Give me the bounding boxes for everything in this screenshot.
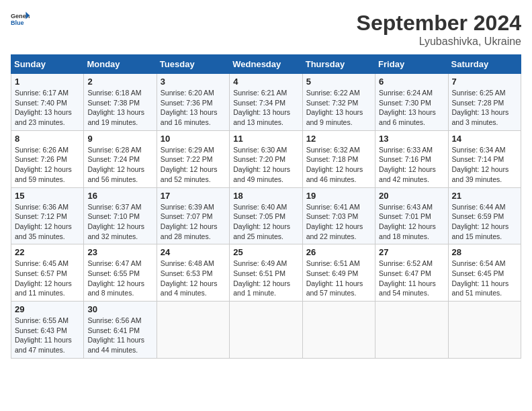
day-cell: 12Sunrise: 6:32 AMSunset: 7:18 PMDayligh… bbox=[302, 130, 375, 187]
day-info: Sunrise: 6:48 AMSunset: 6:53 PMDaylight:… bbox=[161, 259, 226, 298]
day-cell: 1Sunrise: 6:17 AMSunset: 7:40 PMDaylight… bbox=[11, 74, 84, 131]
day-number: 20 bbox=[379, 191, 444, 201]
day-info: Sunrise: 6:18 AMSunset: 7:38 PMDaylight:… bbox=[87, 88, 152, 128]
day-info: Sunrise: 6:51 AMSunset: 6:49 PMDaylight:… bbox=[306, 259, 371, 298]
title-block: September 2024 Lyubashivka, Ukraine bbox=[357, 11, 521, 48]
day-cell: 11Sunrise: 6:30 AMSunset: 7:20 PMDayligh… bbox=[230, 130, 302, 187]
day-cell: 19Sunrise: 6:41 AMSunset: 7:03 PMDayligh… bbox=[302, 187, 375, 244]
week-row-1: 1Sunrise: 6:17 AMSunset: 7:40 PMDaylight… bbox=[11, 74, 521, 131]
day-number: 24 bbox=[161, 247, 226, 257]
day-info: Sunrise: 6:47 AMSunset: 6:55 PMDaylight:… bbox=[87, 259, 152, 298]
day-number: 22 bbox=[15, 247, 80, 257]
day-number: 4 bbox=[233, 77, 298, 87]
day-info: Sunrise: 6:34 AMSunset: 7:14 PMDaylight:… bbox=[452, 145, 517, 185]
svg-text:Blue: Blue bbox=[11, 19, 24, 26]
day-number: 30 bbox=[87, 304, 152, 314]
col-header-saturday: Saturday bbox=[448, 55, 521, 74]
day-cell: 24Sunrise: 6:48 AMSunset: 6:53 PMDayligh… bbox=[157, 244, 229, 302]
day-cell: 5Sunrise: 6:22 AMSunset: 7:32 PMDaylight… bbox=[302, 74, 375, 131]
logo-icon: General Blue bbox=[11, 11, 30, 30]
day-cell: 28Sunrise: 6:54 AMSunset: 6:45 PMDayligh… bbox=[448, 244, 521, 302]
day-cell: 25Sunrise: 6:49 AMSunset: 6:51 PMDayligh… bbox=[230, 244, 302, 302]
day-info: Sunrise: 6:37 AMSunset: 7:10 PMDaylight:… bbox=[87, 202, 152, 242]
col-header-sunday: Sunday bbox=[11, 55, 84, 74]
day-cell: 15Sunrise: 6:36 AMSunset: 7:12 PMDayligh… bbox=[11, 187, 84, 244]
day-cell: 13Sunrise: 6:33 AMSunset: 7:16 PMDayligh… bbox=[375, 130, 448, 187]
day-number: 19 bbox=[306, 191, 371, 201]
day-cell bbox=[302, 302, 375, 359]
day-info: Sunrise: 6:49 AMSunset: 6:51 PMDaylight:… bbox=[233, 259, 298, 298]
week-row-3: 15Sunrise: 6:36 AMSunset: 7:12 PMDayligh… bbox=[11, 187, 521, 244]
day-cell: 29Sunrise: 6:55 AMSunset: 6:43 PMDayligh… bbox=[11, 302, 84, 359]
col-header-wednesday: Wednesday bbox=[230, 55, 302, 74]
day-cell bbox=[230, 302, 302, 359]
day-info: Sunrise: 6:52 AMSunset: 6:47 PMDaylight:… bbox=[379, 259, 444, 298]
day-info: Sunrise: 6:56 AMSunset: 6:41 PMDaylight:… bbox=[87, 316, 152, 355]
calendar-table: SundayMondayTuesdayWednesdayThursdayFrid… bbox=[11, 54, 521, 359]
week-row-2: 8Sunrise: 6:26 AMSunset: 7:26 PMDaylight… bbox=[11, 130, 521, 187]
day-number: 23 bbox=[87, 247, 152, 257]
day-cell: 27Sunrise: 6:52 AMSunset: 6:47 PMDayligh… bbox=[375, 244, 448, 302]
day-number: 11 bbox=[233, 134, 298, 144]
day-number: 25 bbox=[233, 247, 298, 257]
location-subtitle: Lyubashivka, Ukraine bbox=[357, 36, 521, 48]
week-row-5: 29Sunrise: 6:55 AMSunset: 6:43 PMDayligh… bbox=[11, 302, 521, 359]
day-number: 26 bbox=[306, 247, 371, 257]
day-info: Sunrise: 6:26 AMSunset: 7:26 PMDaylight:… bbox=[15, 145, 80, 185]
day-number: 18 bbox=[233, 191, 298, 201]
day-cell: 14Sunrise: 6:34 AMSunset: 7:14 PMDayligh… bbox=[448, 130, 521, 187]
col-header-tuesday: Tuesday bbox=[157, 55, 229, 74]
day-number: 12 bbox=[306, 134, 371, 144]
day-info: Sunrise: 6:29 AMSunset: 7:22 PMDaylight:… bbox=[161, 145, 226, 185]
day-info: Sunrise: 6:25 AMSunset: 7:28 PMDaylight:… bbox=[452, 88, 517, 128]
day-info: Sunrise: 6:21 AMSunset: 7:34 PMDaylight:… bbox=[233, 88, 298, 128]
day-info: Sunrise: 6:33 AMSunset: 7:16 PMDaylight:… bbox=[379, 145, 444, 185]
day-cell: 20Sunrise: 6:43 AMSunset: 7:01 PMDayligh… bbox=[375, 187, 448, 244]
day-number: 28 bbox=[452, 247, 517, 257]
day-info: Sunrise: 6:54 AMSunset: 6:45 PMDaylight:… bbox=[452, 259, 517, 298]
month-title: September 2024 bbox=[357, 11, 521, 36]
day-cell: 10Sunrise: 6:29 AMSunset: 7:22 PMDayligh… bbox=[157, 130, 229, 187]
day-number: 29 bbox=[15, 304, 80, 314]
logo: General Blue bbox=[11, 11, 30, 30]
day-number: 1 bbox=[15, 77, 80, 87]
day-info: Sunrise: 6:24 AMSunset: 7:30 PMDaylight:… bbox=[379, 88, 444, 128]
day-cell: 23Sunrise: 6:47 AMSunset: 6:55 PMDayligh… bbox=[84, 244, 157, 302]
day-cell: 21Sunrise: 6:44 AMSunset: 6:59 PMDayligh… bbox=[448, 187, 521, 244]
day-number: 5 bbox=[306, 77, 371, 87]
day-number: 14 bbox=[452, 134, 517, 144]
day-number: 16 bbox=[87, 191, 152, 201]
day-cell bbox=[375, 302, 448, 359]
day-number: 27 bbox=[379, 247, 444, 257]
day-cell: 4Sunrise: 6:21 AMSunset: 7:34 PMDaylight… bbox=[230, 74, 302, 131]
day-number: 13 bbox=[379, 134, 444, 144]
day-cell: 2Sunrise: 6:18 AMSunset: 7:38 PMDaylight… bbox=[84, 74, 157, 131]
col-header-friday: Friday bbox=[375, 55, 448, 74]
day-info: Sunrise: 6:39 AMSunset: 7:07 PMDaylight:… bbox=[161, 202, 226, 242]
week-row-4: 22Sunrise: 6:45 AMSunset: 6:57 PMDayligh… bbox=[11, 244, 521, 302]
day-number: 17 bbox=[161, 191, 226, 201]
day-cell: 6Sunrise: 6:24 AMSunset: 7:30 PMDaylight… bbox=[375, 74, 448, 131]
day-info: Sunrise: 6:17 AMSunset: 7:40 PMDaylight:… bbox=[15, 88, 80, 128]
day-number: 8 bbox=[15, 134, 80, 144]
day-number: 6 bbox=[379, 77, 444, 87]
day-cell: 30Sunrise: 6:56 AMSunset: 6:41 PMDayligh… bbox=[84, 302, 157, 359]
day-info: Sunrise: 6:55 AMSunset: 6:43 PMDaylight:… bbox=[15, 316, 80, 355]
day-cell: 18Sunrise: 6:40 AMSunset: 7:05 PMDayligh… bbox=[230, 187, 302, 244]
day-number: 9 bbox=[87, 134, 152, 144]
day-cell: 7Sunrise: 6:25 AMSunset: 7:28 PMDaylight… bbox=[448, 74, 521, 131]
day-cell bbox=[448, 302, 521, 359]
day-info: Sunrise: 6:40 AMSunset: 7:05 PMDaylight:… bbox=[233, 202, 298, 242]
day-number: 10 bbox=[161, 134, 226, 144]
day-info: Sunrise: 6:28 AMSunset: 7:24 PMDaylight:… bbox=[87, 145, 152, 185]
day-cell: 26Sunrise: 6:51 AMSunset: 6:49 PMDayligh… bbox=[302, 244, 375, 302]
day-info: Sunrise: 6:41 AMSunset: 7:03 PMDaylight:… bbox=[306, 202, 371, 242]
day-info: Sunrise: 6:36 AMSunset: 7:12 PMDaylight:… bbox=[15, 202, 80, 242]
day-number: 21 bbox=[452, 191, 517, 201]
day-number: 15 bbox=[15, 191, 80, 201]
day-info: Sunrise: 6:43 AMSunset: 7:01 PMDaylight:… bbox=[379, 202, 444, 242]
day-cell: 22Sunrise: 6:45 AMSunset: 6:57 PMDayligh… bbox=[11, 244, 84, 302]
day-info: Sunrise: 6:22 AMSunset: 7:32 PMDaylight:… bbox=[306, 88, 371, 128]
calendar-body: 1Sunrise: 6:17 AMSunset: 7:40 PMDaylight… bbox=[11, 74, 521, 359]
day-cell: 8Sunrise: 6:26 AMSunset: 7:26 PMDaylight… bbox=[11, 130, 84, 187]
